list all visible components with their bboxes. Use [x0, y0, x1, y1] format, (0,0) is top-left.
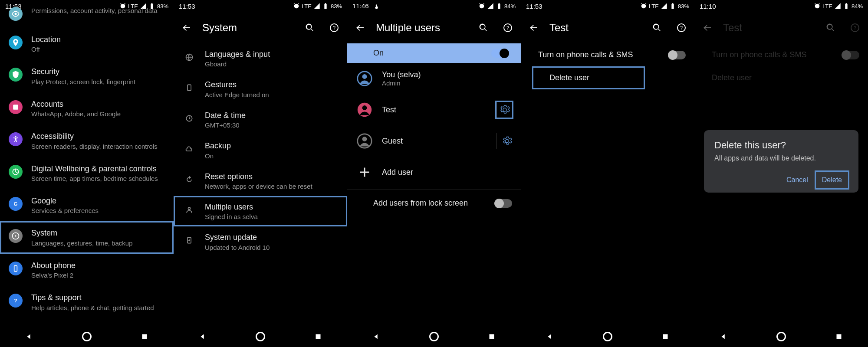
help-button[interactable]: ?	[326, 19, 343, 36]
alarm-icon	[640, 3, 647, 10]
svg-point-6	[15, 236, 16, 237]
nav-bar	[174, 326, 347, 347]
settings-item-security[interactable]: SecurityPlay Protect, screen lock, finge…	[0, 60, 174, 92]
svg-text:?: ?	[680, 25, 683, 30]
status-battery: 84%	[504, 3, 516, 10]
phone-sms-toggle[interactable]: Turn on phone calls & SMS	[521, 43, 694, 66]
page-title: Test	[549, 22, 641, 34]
svg-rect-7	[14, 265, 17, 271]
nav-home-icon[interactable]	[82, 332, 92, 341]
settings-item-accessibility[interactable]: AccessibilityScreen readers, display, in…	[0, 124, 174, 157]
settings-item-accounts[interactable]: AccountsWhatsApp, Adobe, and Google	[0, 92, 174, 124]
toggle-switch[interactable]	[491, 49, 509, 58]
system-item-gestures[interactable]: GesturesActive Edge turned on	[174, 74, 347, 104]
user-item-test[interactable]: Test	[347, 94, 521, 125]
system-list[interactable]: Languages & inputGboard GesturesActive E…	[174, 43, 347, 326]
help-button[interactable]: ?	[846, 19, 864, 36]
system-item-backup[interactable]: BackupOn	[174, 135, 347, 165]
back-button[interactable]	[352, 19, 369, 36]
nav-back-icon[interactable]	[24, 332, 34, 341]
privacy-icon	[9, 7, 23, 21]
settings-item-google[interactable]: G GoogleServices & preferences	[0, 189, 174, 221]
system-icon	[9, 229, 23, 243]
alarm-icon	[478, 3, 485, 10]
signal-icon	[313, 3, 320, 10]
settings-item-wellbeing[interactable]: Digital Wellbeing & parental controlsScr…	[0, 157, 174, 189]
back-button[interactable]	[699, 19, 716, 36]
status-battery: 83%	[678, 3, 689, 10]
help-button[interactable]: ?	[673, 19, 690, 36]
status-time: 11:10	[700, 3, 716, 10]
status-net: LTE	[302, 3, 312, 10]
help-button[interactable]: ?	[499, 19, 516, 36]
svg-rect-13	[187, 85, 191, 91]
status-battery: 84%	[852, 3, 863, 10]
gestures-icon	[182, 81, 196, 95]
user-settings-button[interactable]	[496, 133, 512, 149]
status-indicators: 84%	[478, 3, 516, 10]
google-icon: G	[9, 197, 23, 211]
back-button[interactable]	[525, 19, 542, 36]
settings-item-location[interactable]: LocationOff	[0, 28, 174, 60]
nav-recent-icon[interactable]	[661, 332, 670, 341]
add-user-button[interactable]: Add user	[347, 157, 521, 188]
nav-back-icon[interactable]	[372, 332, 381, 341]
system-item-datetime[interactable]: Date & timeGMT+05:30	[174, 105, 347, 135]
settings-list[interactable]: Permissions, account activity, personal …	[0, 0, 174, 326]
signal-icon	[834, 3, 841, 10]
nav-back-icon[interactable]	[545, 332, 555, 341]
nav-recent-icon[interactable]	[313, 332, 323, 341]
search-button[interactable]	[822, 19, 839, 36]
multiple-users-toggle[interactable]: On	[347, 43, 521, 63]
nav-home-icon[interactable]	[429, 332, 439, 341]
settings-item-tips[interactable]: ? Tips & supportHelp articles, phone & c…	[0, 286, 174, 318]
settings-item-about[interactable]: About phoneSelva's Pixel 2	[0, 254, 174, 286]
screen-system: 11:53 LTE 83% System ? Languages & input…	[174, 0, 347, 347]
nav-recent-icon[interactable]	[140, 332, 149, 341]
search-button[interactable]	[648, 19, 666, 36]
nav-home-icon[interactable]	[603, 332, 612, 341]
delete-confirm-dialog: Delete this user? All apps and data will…	[704, 130, 858, 193]
back-button[interactable]	[178, 19, 195, 36]
battery-icon	[496, 3, 503, 10]
settings-item-system[interactable]: SystemLanguages, gestures, time, backup	[0, 221, 174, 253]
screen-settings: 11:53 LTE 83% Permissions, account activ…	[0, 0, 174, 347]
settings-item-privacy[interactable]: Permissions, account activity, personal …	[0, 0, 174, 28]
delete-user-button[interactable]: Delete user	[532, 66, 645, 89]
search-button[interactable]	[475, 19, 492, 36]
system-item-languages[interactable]: Languages & inputGboard	[174, 43, 347, 74]
lock-toggle-switch[interactable]	[495, 199, 512, 208]
delete-button[interactable]: Delete	[816, 172, 848, 188]
status-bar: 11:46 84%	[347, 0, 521, 12]
nav-recent-icon[interactable]	[487, 332, 496, 341]
user-settings-button[interactable]	[496, 102, 512, 118]
nav-home-icon[interactable]	[256, 332, 265, 341]
system-item-reset[interactable]: Reset optionsNetwork, apps or device can…	[174, 166, 347, 196]
phone-sms-switch[interactable]	[668, 51, 686, 59]
svg-rect-32	[837, 334, 842, 339]
nav-recent-icon[interactable]	[834, 332, 844, 341]
add-from-lock-toggle[interactable]: Add users from lock screen	[347, 192, 521, 215]
search-button[interactable]	[301, 19, 319, 36]
users-content: On You (selva)Admin Test Guest Add user …	[347, 43, 521, 326]
svg-text:?: ?	[854, 25, 856, 30]
app-bar: Test ?	[521, 12, 694, 43]
cancel-button[interactable]: Cancel	[780, 172, 814, 188]
status-left: 11:46	[352, 2, 379, 10]
nav-back-icon[interactable]	[198, 332, 207, 341]
plus-icon	[356, 164, 373, 181]
wellbeing-icon	[9, 165, 23, 179]
user-item-you[interactable]: You (selva)Admin	[347, 63, 521, 94]
page-title: System	[202, 22, 294, 34]
system-item-multiple-users[interactable]: Multiple usersSigned in as selva	[174, 196, 347, 226]
user-item-guest[interactable]: Guest	[347, 125, 521, 157]
system-item-update[interactable]: System updateUpdated to Android 10	[174, 226, 347, 257]
svg-text:?: ?	[14, 298, 17, 303]
alarm-icon	[814, 3, 821, 10]
nav-home-icon[interactable]	[776, 332, 786, 341]
shield-icon	[9, 68, 23, 82]
cloud-icon	[182, 142, 196, 156]
alarm-icon	[293, 3, 300, 10]
nav-back-icon[interactable]	[719, 332, 728, 341]
nav-bar	[0, 326, 174, 347]
